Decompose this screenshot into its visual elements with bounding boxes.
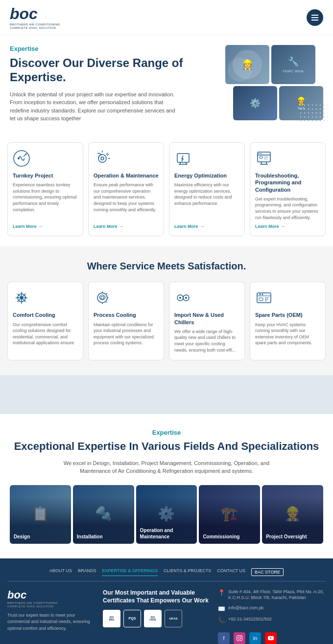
spec-card-commissioning[interactable]: 🏗️ Commissioning bbox=[199, 485, 260, 544]
arrow-icon-4: → bbox=[281, 223, 285, 229]
turnkey-icon bbox=[13, 150, 30, 167]
operation-desc: Ensure peak performance with our compreh… bbox=[94, 182, 159, 221]
cert-badge-iso14001: ISO14001 bbox=[144, 610, 162, 627]
youtube-icon[interactable] bbox=[265, 632, 277, 644]
svg-point-12 bbox=[261, 153, 262, 154]
footer-nav-about[interactable]: ABOUT US bbox=[49, 568, 72, 576]
banner-space bbox=[0, 375, 333, 414]
svg-point-1 bbox=[18, 157, 20, 159]
footer-nav: ABOUT US BRANDS EXPERTISE & OFFERINGS CL… bbox=[7, 568, 326, 581]
svg-rect-32 bbox=[259, 298, 263, 301]
svg-point-2 bbox=[25, 153, 27, 155]
product-card-spareparts: Spare Parts (OEM) Keep your HVAC systems… bbox=[250, 282, 326, 360]
footer-certs-area: Our Most Important and Valuable Certific… bbox=[103, 589, 211, 644]
energy-desc: Maximize efficiency with our energy opti… bbox=[174, 182, 239, 221]
instagram-icon[interactable] bbox=[234, 632, 245, 644]
svg-rect-14 bbox=[264, 156, 268, 157]
spec-label-oversight: Project Oversight bbox=[266, 533, 307, 540]
turnkey-learn-more[interactable]: Learn More → bbox=[13, 223, 78, 229]
expertise-text-area: Expertise Discover Our Diverse Range of … bbox=[10, 45, 220, 128]
service-card-turnkey: Turnkey Project Experience seamless turn… bbox=[7, 142, 83, 236]
process-desc: Maintain optimal conditions for your ind… bbox=[94, 322, 159, 346]
spec-card-design[interactable]: 📋 Design bbox=[10, 485, 71, 544]
expertise2-label: Expertise bbox=[10, 429, 323, 436]
expertise-title: Discover Our Diverse Range of Expertise. bbox=[10, 56, 220, 85]
header: boc BROTHERS AIR CONDITIONINGCOMPLETE HV… bbox=[0, 0, 333, 35]
svg-rect-15 bbox=[264, 158, 267, 159]
energy-learn-more[interactable]: Learn More → bbox=[174, 223, 239, 229]
footer-nav-clients[interactable]: CLIENTS & PROJECTS bbox=[164, 568, 211, 576]
footer-nav-contact[interactable]: CONTACT US bbox=[217, 568, 245, 576]
turnkey-title: Turnkey Project bbox=[13, 172, 78, 179]
address-text: Suite # 404, 4th Floor, Tahir Plaza, Plo… bbox=[228, 589, 326, 601]
spec-label-installation: Installation bbox=[77, 533, 103, 540]
footer-nav-brands[interactable]: BRANDS bbox=[78, 568, 96, 576]
footer-contact-area: 📍 Suite # 404, 4th Floor, Tahir Plaza, P… bbox=[218, 589, 326, 644]
turnkey-desc: Experience seamless turnkey solutions fr… bbox=[13, 182, 78, 221]
expertise-label: Expertise bbox=[10, 45, 220, 52]
expertise-image-3: ⚙️ bbox=[233, 86, 277, 120]
phone-text: +92-21-34522501/502 bbox=[228, 616, 272, 622]
service-card-energy: Energy Optimization Maximize efficiency … bbox=[169, 142, 245, 236]
energy-icon bbox=[174, 150, 192, 167]
footer-logo-letters: boc bbox=[7, 589, 26, 601]
spec-card-oversight[interactable]: 👷 Project Oversight bbox=[262, 485, 323, 544]
spareparts-title: Spare Parts (OEM) bbox=[255, 311, 320, 318]
spec-label-operation: Operation and Maintenance bbox=[140, 527, 193, 540]
specializations-grid: 📋 Design 🔩 Installation ⚙️ Operation and… bbox=[10, 485, 323, 544]
product-card-chillers: Import New & Used Chillers We offer a wi… bbox=[169, 282, 245, 360]
spec-label-commissioning: Commissioning bbox=[203, 533, 239, 540]
expertise-image-1: 👷 bbox=[225, 45, 269, 84]
svg-rect-13 bbox=[260, 156, 262, 158]
chillers-icon bbox=[174, 289, 192, 307]
linkedin-icon[interactable]: in bbox=[249, 632, 261, 644]
logo-letters: boc bbox=[10, 5, 38, 23]
svg-rect-5 bbox=[177, 154, 189, 162]
chillers-title: Import New & Used Chillers bbox=[174, 311, 239, 326]
footer-certs: ISO9001 PQS ISO14001 UKAS bbox=[103, 610, 211, 627]
troubleshooting-learn-more[interactable]: Learn More → bbox=[255, 223, 320, 229]
spareparts-desc: Keep your HVAC systems running smoothly … bbox=[255, 322, 320, 346]
operation-icon bbox=[94, 150, 111, 167]
footer-brand-desc: Trust our expert team to meet your comme… bbox=[7, 612, 95, 632]
menu-button[interactable] bbox=[307, 9, 323, 26]
troubleshooting-title: Troubleshooting, Programming and Configu… bbox=[255, 172, 320, 193]
arrow-icon-2: → bbox=[119, 223, 124, 229]
svg-point-30 bbox=[260, 294, 261, 295]
spec-card-operation[interactable]: ⚙️ Operation and Maintenance bbox=[136, 485, 197, 544]
energy-title: Energy Optimization bbox=[174, 172, 239, 179]
spec-label-design: Design bbox=[14, 533, 30, 540]
footer-store-button[interactable]: BAC STORE bbox=[251, 568, 284, 576]
products-grid: Comfort Cooling Our comprehensive comfor… bbox=[7, 282, 326, 360]
footer-nav-expertise[interactable]: EXPERTISE & OFFERINGS bbox=[102, 568, 158, 576]
cert-badge-ukas: UKAS bbox=[165, 610, 182, 627]
email-icon: ✉️ bbox=[218, 605, 225, 612]
footer: ABOUT US BRANDS EXPERTISE & OFFERINGS CL… bbox=[0, 558, 333, 644]
comfort-title: Comfort Cooling bbox=[13, 311, 78, 318]
footer-email[interactable]: ✉️ info@bacr.com.pk bbox=[218, 605, 326, 612]
where-service-section: Where Service Meets Satisfaction. Comfor… bbox=[0, 246, 333, 375]
troubleshooting-desc: Get expert troubleshooting, programming,… bbox=[255, 196, 320, 221]
spec-card-installation[interactable]: 🔩 Installation bbox=[73, 485, 134, 544]
svg-point-31 bbox=[262, 294, 263, 295]
comfort-desc: Our comprehensive comfort cooling soluti… bbox=[13, 322, 78, 346]
facebook-icon[interactable]: f bbox=[218, 632, 230, 644]
expertise2-section: Expertise Exceptional Expertise In Vario… bbox=[0, 414, 333, 558]
spareparts-icon bbox=[255, 289, 273, 307]
footer-certs-title: Our Most Important and Valuable Certific… bbox=[103, 589, 211, 605]
where-service-title: Where Service Meets Satisfaction. bbox=[7, 261, 326, 272]
expertise-description: Unlock the potential of your project wit… bbox=[10, 90, 181, 123]
svg-point-22 bbox=[101, 296, 104, 299]
service-card-troubleshooting: Troubleshooting, Programming and Configu… bbox=[250, 142, 326, 236]
cert-badge-pqs: PQS bbox=[123, 610, 141, 627]
product-card-comfort: Comfort Cooling Our comprehensive comfor… bbox=[7, 282, 83, 360]
process-title: Process Cooling bbox=[94, 311, 159, 318]
operation-learn-more[interactable]: Learn More → bbox=[94, 223, 159, 229]
arrow-icon-3: → bbox=[200, 223, 205, 229]
footer-phone[interactable]: 📞 +92-21-34522501/502 bbox=[218, 616, 326, 623]
arrow-icon: → bbox=[38, 223, 43, 229]
cert-badge-iso9001: ISO9001 bbox=[103, 610, 120, 627]
expertise2-description: We excel in Design, Installation, Projec… bbox=[49, 459, 284, 475]
operation-title: Operation & Maintenance bbox=[94, 172, 159, 179]
footer-address: 📍 Suite # 404, 4th Floor, Tahir Plaza, P… bbox=[218, 589, 326, 601]
